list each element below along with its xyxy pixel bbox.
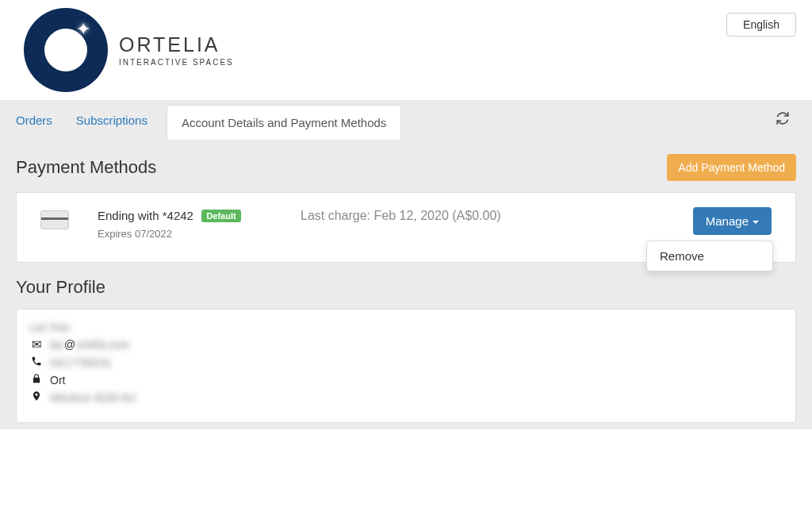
payment-method-card: Ending with *4242 Default Expires 07/202… (16, 192, 796, 263)
profile-phone: 0417758231 (29, 356, 783, 369)
manage-button[interactable]: Manage (693, 207, 772, 235)
tab-subscriptions[interactable]: Subscriptions (67, 102, 167, 138)
tab-account-details[interactable]: Account Details and Payment Methods (167, 105, 401, 140)
tab-orders[interactable]: Orders (16, 102, 67, 138)
profile-title: Your Profile (16, 277, 105, 298)
brand-name: ORTELIA (119, 33, 234, 56)
card-expires: Expires 07/2022 (98, 228, 256, 240)
card-ending: Ending with *4242 (98, 209, 193, 222)
brand-logo: ✦ ORTELIA INTERACTIVE SPACES (24, 8, 234, 92)
manage-dropdown: Remove (646, 241, 773, 271)
profile-company: Ort (29, 373, 783, 387)
logo-mark: ✦ (24, 8, 108, 92)
last-charge: Last charge: Feb 12, 2020 (A$0.00) (301, 209, 501, 223)
profile-panel: Laz Kas ✉ laz@ortelia.com 0417758231 Ort (16, 309, 796, 423)
profile-email: ✉ laz@ortelia.com (29, 337, 783, 352)
profile-name: Laz Kas (29, 321, 783, 333)
language-button[interactable]: English (726, 13, 796, 37)
location-icon (29, 391, 44, 404)
refresh-icon[interactable] (776, 111, 790, 129)
dropdown-remove[interactable]: Remove (647, 241, 772, 271)
account-tabs: Orders Subscriptions Account Details and… (0, 100, 812, 140)
default-badge: Default (201, 210, 240, 222)
payment-methods-title: Payment Methods (16, 157, 156, 178)
add-payment-method-button[interactable]: Add Payment Method (667, 154, 796, 181)
lock-icon (29, 373, 44, 387)
brand-tagline: INTERACTIVE SPACES (119, 58, 234, 67)
profile-address: Windsor 4030 AU (29, 391, 783, 404)
credit-card-icon (40, 210, 69, 229)
chevron-down-icon (753, 221, 759, 224)
phone-icon (29, 356, 44, 369)
email-icon: ✉ (29, 337, 44, 352)
